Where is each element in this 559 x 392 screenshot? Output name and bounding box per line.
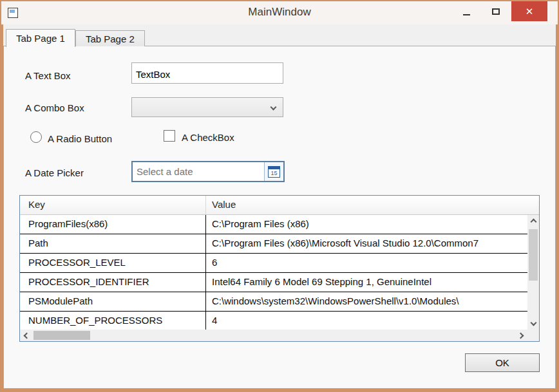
combo-box-label: A Combo Box <box>25 102 84 113</box>
close-button[interactable]: ✕ <box>511 1 547 21</box>
cell-value: 4 <box>206 312 527 330</box>
calendar-icon-day: 15 <box>269 169 280 177</box>
vertical-scrollbar[interactable] <box>527 215 539 330</box>
cell-value: C:\windows\system32\WindowsPowerShell\v1… <box>206 292 527 311</box>
date-picker-input[interactable] <box>133 162 264 181</box>
cell-value: Intel64 Family 6 Model 69 Stepping 1, Ge… <box>206 273 527 292</box>
title-bar[interactable]: MainWindow ✕ <box>1 1 558 24</box>
checkbox-label: A CheckBox <box>182 132 234 143</box>
chevron-down-icon <box>270 104 277 111</box>
date-picker-label: A Date Picker <box>25 167 84 178</box>
table-row[interactable]: PSModulePath C:\windows\system32\Windows… <box>20 292 527 312</box>
text-box-label: A Text Box <box>25 70 71 81</box>
tab-strip: Tab Page 1 Tab Page 2 <box>6 28 145 46</box>
minimize-button[interactable] <box>452 1 481 21</box>
radio-button-label: A Radio Button <box>48 133 112 144</box>
horizontal-scrollbar-thumb[interactable] <box>33 331 90 340</box>
table-row[interactable]: PROCESSOR_IDENTIFIER Intel64 Family 6 Mo… <box>20 273 527 292</box>
vertical-scrollbar-thumb[interactable] <box>529 229 538 281</box>
cell-key: NUMBER_OF_PROCESSORS <box>20 312 206 330</box>
cell-key: Path <box>20 234 206 253</box>
cell-value: C:\Program Files (x86) <box>206 215 527 234</box>
close-icon: ✕ <box>526 6 534 17</box>
tab-page-1[interactable]: Tab Page 1 <box>6 29 75 47</box>
ok-button[interactable]: OK <box>465 353 540 372</box>
chevron-up-icon <box>530 219 536 225</box>
checkbox[interactable] <box>164 130 175 142</box>
table-row[interactable]: Path C:\Program Files (x86)\Microsoft Vi… <box>20 234 527 254</box>
main-window: MainWindow ✕ Tab Page 1 Tab Page 2 A Tex… <box>0 0 559 392</box>
scrollbar-corner <box>527 330 539 341</box>
cell-key: PROCESSOR_LEVEL <box>20 254 206 272</box>
minimize-icon <box>463 14 470 15</box>
maximize-icon <box>492 8 500 15</box>
chevron-down-icon <box>530 320 536 326</box>
data-grid-header: Key Value <box>20 196 539 215</box>
combo-box[interactable] <box>131 97 283 117</box>
text-box-input[interactable] <box>132 63 283 83</box>
scroll-left-button[interactable] <box>20 330 32 341</box>
calendar-icon: 15 <box>268 166 280 178</box>
window-title: MainWindow <box>248 6 310 19</box>
tab-page-2[interactable]: Tab Page 2 <box>75 30 145 46</box>
tab-content: A Text Box A Combo Box A Radio Button A … <box>3 46 556 389</box>
cell-value: C:\Program Files (x86)\Microsoft Visual … <box>206 234 527 253</box>
radio-button[interactable] <box>30 131 42 143</box>
cell-value: 6 <box>206 254 527 272</box>
cell-key: PROCESSOR_IDENTIFIER <box>20 273 206 292</box>
horizontal-scrollbar[interactable] <box>20 330 527 341</box>
date-picker[interactable]: 15 <box>131 161 285 182</box>
client-area: Tab Page 1 Tab Page 2 A Text Box A Combo… <box>3 24 556 389</box>
data-grid: Key Value ProgramFiles(x86) C:\Program F… <box>19 195 540 342</box>
scroll-right-button[interactable] <box>516 330 527 341</box>
chevron-right-icon <box>518 332 524 339</box>
data-grid-body: ProgramFiles(x86) C:\Program Files (x86)… <box>20 215 527 330</box>
table-row[interactable]: NUMBER_OF_PROCESSORS 4 <box>20 312 527 330</box>
column-header-value[interactable]: Value <box>206 196 539 214</box>
app-icon <box>8 8 18 18</box>
date-picker-button[interactable]: 15 <box>264 162 283 181</box>
scroll-down-button[interactable] <box>527 318 539 330</box>
cell-key: ProgramFiles(x86) <box>20 215 206 234</box>
cell-key: PSModulePath <box>20 292 206 311</box>
table-row[interactable]: PROCESSOR_LEVEL 6 <box>20 254 527 273</box>
caption-buttons: ✕ <box>452 1 547 21</box>
chevron-left-icon <box>24 332 30 339</box>
column-header-key[interactable]: Key <box>20 196 206 214</box>
scroll-up-button[interactable] <box>527 215 539 227</box>
maximize-button[interactable] <box>481 1 510 21</box>
table-row[interactable]: ProgramFiles(x86) C:\Program Files (x86) <box>20 215 527 234</box>
text-box[interactable] <box>131 62 283 84</box>
